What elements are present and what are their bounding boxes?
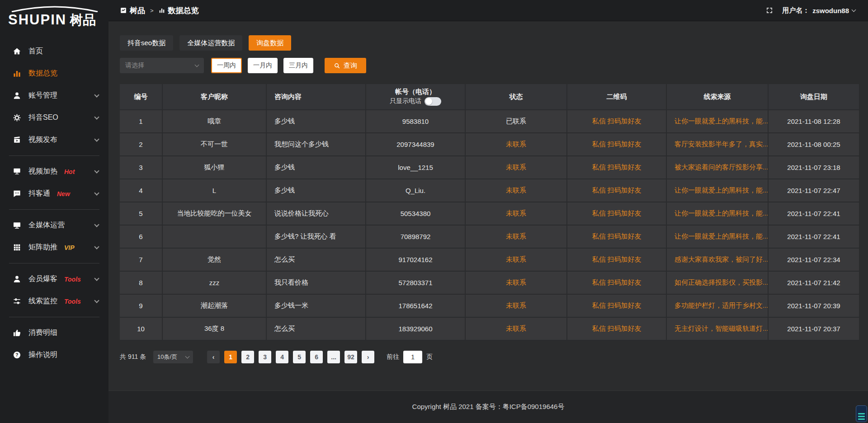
- cell-status: 未联系: [466, 318, 567, 341]
- cell-status: 未联系: [466, 202, 567, 226]
- main-area: 树品 > 数据总览 用户名：zswodun88 抖音seo数据全媒体运营数据询盘…: [108, 0, 868, 423]
- home-icon: [13, 47, 21, 56]
- cell-qrcode[interactable]: 私信 扫码加好友: [567, 156, 667, 179]
- search-button[interactable]: 查询: [325, 58, 366, 73]
- sidebar-item-label: 消费明细: [28, 328, 57, 338]
- cell-source[interactable]: 客厅安装投影半年多了，真实...: [667, 133, 769, 156]
- goto-page-input[interactable]: [403, 351, 422, 363]
- tab-media-operation-data[interactable]: 全媒体运营数据: [179, 35, 242, 51]
- page-size-select[interactable]: 10条/页: [153, 351, 193, 363]
- cell-source[interactable]: 被大家追着问的客厅投影分享...: [667, 156, 769, 179]
- chat-icon: [13, 189, 21, 198]
- cell-date: 2021-11-07 22:41: [769, 202, 859, 226]
- page-button-2[interactable]: 2: [241, 351, 254, 363]
- cell-date: 2021-11-08 00:25: [769, 133, 859, 156]
- cell-qrcode[interactable]: 私信 扫码加好友: [567, 133, 667, 156]
- chevron-down-icon: [94, 244, 99, 249]
- cell-index: 10: [120, 318, 163, 341]
- range-button-three-months[interactable]: 三月内: [283, 58, 313, 73]
- sidebar-divider: [9, 317, 99, 317]
- toggle-knob: [425, 98, 432, 105]
- page-ellipsis-button[interactable]: ...: [327, 351, 340, 363]
- cell-qrcode[interactable]: 私信 扫码加好友: [567, 226, 667, 249]
- sidebar-item-video-heat[interactable]: 视频加热Hot: [0, 160, 108, 183]
- tab-douyin-seo-data[interactable]: 抖音seo数据: [120, 35, 173, 51]
- sidebar-item-douyin-seo[interactable]: 抖音SEO: [0, 107, 108, 129]
- brand-name-cn: 树品: [70, 11, 96, 29]
- cell-qrcode[interactable]: 私信 扫码加好友: [567, 318, 667, 341]
- page-button-1[interactable]: 1: [224, 351, 237, 363]
- floating-widget[interactable]: [856, 405, 867, 422]
- column-header-qrcode: 二维码: [567, 84, 667, 110]
- range-button-one-month[interactable]: 一月内: [248, 58, 278, 73]
- sidebar-item-member-baoke[interactable]: 会员爆客Tools: [0, 268, 108, 290]
- sidebar-item-label: 会员爆客: [28, 274, 57, 284]
- cell-content: 多少钱: [267, 156, 366, 179]
- sidebar-item-label: 操作说明: [28, 350, 57, 360]
- page-button-4[interactable]: 4: [276, 351, 288, 363]
- page-size-value: 10条/页: [157, 353, 177, 361]
- range-button-one-week[interactable]: 一周内: [211, 58, 242, 73]
- copyright-text: Copyright 树品 2021 备案号：粤ICP备09019646号: [412, 403, 565, 411]
- data-tabs: 抖音seo数据全媒体运营数据询盘数据: [120, 35, 859, 51]
- cell-qrcode[interactable]: 私信 扫码加好友: [567, 249, 667, 272]
- cell-account: 572803371: [366, 272, 466, 295]
- cell-date: 2021-11-07 21:42: [769, 272, 859, 295]
- cell-qrcode[interactable]: 私信 扫码加好友: [567, 110, 667, 133]
- cell-qrcode[interactable]: 私信 扫码加好友: [567, 272, 667, 295]
- sidebar-item-video-publish[interactable]: 视频发布: [0, 129, 108, 151]
- sidebar-item-clue-monitor[interactable]: 线索监控Tools: [0, 290, 108, 312]
- sidebar-divider: [9, 155, 99, 156]
- sidebar-item-label: 数据总览: [28, 69, 57, 78]
- cell-nickname: 狐小狸: [163, 156, 267, 179]
- sidebar-item-home[interactable]: 首页: [0, 40, 108, 62]
- cell-qrcode[interactable]: 私信 扫码加好友: [567, 295, 667, 318]
- cell-index: 1: [120, 110, 163, 133]
- fullscreen-icon[interactable]: [766, 7, 773, 14]
- cell-source[interactable]: 让你一眼就爱上的黑科技，能...: [667, 110, 769, 133]
- cell-date: 2021-11-07 23:18: [769, 156, 859, 179]
- tab-inquiry-data[interactable]: 询盘数据: [249, 35, 291, 51]
- cell-qrcode[interactable]: 私信 扫码加好友: [567, 202, 667, 226]
- cell-source[interactable]: 让你一眼就爱上的黑科技，能...: [667, 202, 769, 226]
- sidebar-item-label: 线索监控: [28, 296, 57, 306]
- cell-content: 多少钱: [267, 110, 366, 133]
- phone-only-toggle[interactable]: [425, 97, 441, 106]
- page-button-5[interactable]: 5: [293, 351, 306, 363]
- cell-source[interactable]: 多功能护栏灯，适用于乡村文...: [667, 295, 769, 318]
- sidebar-item-badge: VIP: [64, 244, 75, 251]
- page-button-92[interactable]: 92: [344, 351, 357, 363]
- chevron-down-icon: [94, 114, 99, 119]
- next-page-button[interactable]: ›: [362, 351, 374, 363]
- sidebar-item-matrix-boost[interactable]: 矩阵助推VIP: [0, 236, 108, 258]
- cell-qrcode[interactable]: 私信 扫码加好友: [567, 179, 667, 202]
- select-chevron-down-icon: [195, 63, 199, 67]
- sidebar-item-operation-guide[interactable]: ?操作说明: [0, 344, 108, 366]
- sidebar-item-expense-detail[interactable]: 消费明细: [0, 322, 108, 344]
- cell-source[interactable]: 让你一眼就爱上的黑科技，能...: [667, 179, 769, 202]
- sidebar-item-douketong[interactable]: 抖客通New: [0, 183, 108, 205]
- cell-source[interactable]: 无主灯设计，智能磁吸轨道灯...: [667, 318, 769, 341]
- cell-account: 70898792: [366, 226, 466, 249]
- page-button-3[interactable]: 3: [259, 351, 271, 363]
- prev-page-button[interactable]: ‹: [207, 351, 220, 363]
- cell-source[interactable]: 如何正确选择投影仪，买投影...: [667, 272, 769, 295]
- user-chevron-down-icon: [852, 8, 856, 12]
- cell-source[interactable]: 让你一眼就爱上的黑科技，能...: [667, 226, 769, 249]
- gear-icon: [13, 113, 21, 122]
- user-menu[interactable]: 用户名：zswodun88: [782, 6, 855, 15]
- page-button-6[interactable]: 6: [310, 351, 323, 363]
- column-header-nickname: 客户昵称: [163, 84, 267, 110]
- cell-date: 2021-11-07 22:34: [769, 249, 859, 272]
- cell-status: 未联系: [466, 179, 567, 202]
- cell-content: 我只看价格: [267, 272, 366, 295]
- date-range-group: 一周内一月内三月内: [211, 58, 313, 73]
- sidebar-item-media-operation[interactable]: 全媒体运营: [0, 214, 108, 236]
- filter-select[interactable]: 请选择: [120, 58, 204, 73]
- breadcrumb-root[interactable]: 树品: [130, 5, 145, 16]
- sidebar-item-data-overview[interactable]: 数据总览: [0, 62, 108, 85]
- expense-icon: [13, 329, 21, 337]
- sidebar-item-account-manage[interactable]: 账号管理: [0, 85, 108, 107]
- cell-index: 8: [120, 272, 163, 295]
- cell-source[interactable]: 感谢大家喜欢我家，被问了好...: [667, 249, 769, 272]
